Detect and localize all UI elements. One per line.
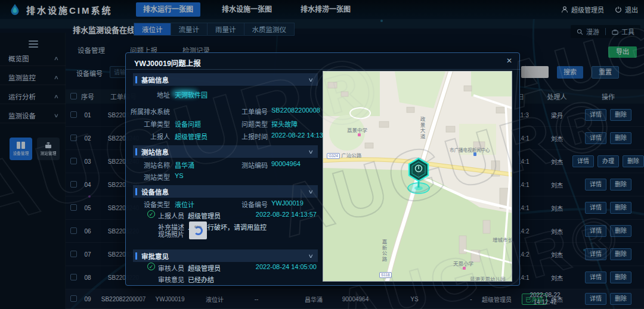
- chevron-down-icon: ∨: [308, 189, 314, 195]
- address-highlight-blob: [171, 89, 199, 98]
- device-type-value[interactable]: 液位计: [175, 199, 194, 209]
- chevron-down-icon: ∨: [308, 77, 314, 83]
- map-label-road-vertical: 政景大道: [419, 117, 426, 139]
- audit-time: 2022-08-24 14:05:00: [256, 263, 317, 270]
- photo-loading-percent: 60%: [194, 225, 202, 229]
- report-time-label: 上报时间: [228, 132, 268, 141]
- device-type-label: 设备类型: [133, 199, 170, 209]
- station-code-label: 测站编码: [228, 160, 268, 170]
- reporter-value[interactable]: 超级管理员: [175, 132, 208, 141]
- site-photo-thumbnail[interactable]: 60%: [189, 221, 207, 239]
- photo-label: 现场照片: [158, 229, 185, 239]
- map-label-city: 增城市长: [493, 236, 512, 243]
- section-title: 设备信息: [141, 187, 309, 196]
- road-badge-g324: G324: [327, 153, 340, 159]
- opinion-label: 审核意见: [158, 274, 185, 284]
- auditor-value: 超级管理员: [188, 263, 221, 273]
- section-accent-bar: [135, 252, 137, 260]
- school-icon: [463, 267, 466, 270]
- section-station-info[interactable]: 测站信息 ∨: [133, 145, 318, 158]
- device-no-value: YWJ00019: [271, 199, 304, 207]
- map-label-school: 荔景中学: [347, 126, 367, 133]
- section-title: 基础信息: [141, 75, 309, 85]
- section-approval[interactable]: 审批意见 ∨: [133, 249, 318, 262]
- station-code-value: 90004964: [271, 160, 301, 167]
- modal-divider: [126, 69, 521, 70]
- report-person-time: 2022-08-22 14:13:57: [256, 211, 317, 218]
- station-name-label: 测站名称: [133, 160, 170, 170]
- chevron-down-icon: ∨: [308, 149, 314, 155]
- station-name-value[interactable]: 昌华涌: [175, 160, 194, 170]
- location-map[interactable]: 荔景中学 G324 广汕公路 政景大道 市广播电视新闻中心 嘉新公路 S118 …: [323, 71, 512, 282]
- modal-title: YWJ00019问题上报: [134, 57, 201, 68]
- system-label: 所属排水系统: [128, 107, 170, 116]
- device-no-label: 设备编号: [228, 199, 268, 209]
- map-canvas: [323, 71, 512, 282]
- opinion-value: 已经办结: [188, 274, 214, 284]
- road-badge-s118: S118: [379, 272, 392, 278]
- chevron-down-icon: ∨: [308, 253, 314, 259]
- app-window: 排水设施CIM系统 排水运行一张图 排水设施一张图 排水排涝一张图 超级管理员 …: [0, 0, 644, 309]
- station-type-label: 测站类型: [133, 172, 170, 182]
- section-accent-bar: [135, 148, 137, 155]
- station-type-value: YS: [175, 172, 184, 179]
- reporter-label: 上报人: [133, 132, 170, 141]
- section-title: 测站信息: [141, 147, 309, 157]
- section-title: 审批意见: [141, 251, 309, 261]
- poi-marker-icon: [473, 152, 476, 156]
- check-icon: ✓: [147, 263, 155, 270]
- problem-type-value: 探头故障: [271, 119, 298, 129]
- order-type-label: 工单类型: [133, 119, 170, 129]
- report-person-value: 超级管理员: [188, 211, 221, 220]
- problem-report-modal: YWJ00019问题上报 ✕ 基础信息 ∨ 地址 天河软件园 所属排水系统 工单…: [125, 52, 520, 286]
- map-label-road: 广汕公路: [341, 152, 361, 158]
- address-label: 地址: [133, 90, 170, 99]
- order-type-value[interactable]: 设备问题: [175, 119, 201, 129]
- map-label-school: 天恩小学: [453, 260, 473, 267]
- school-icon: [358, 133, 361, 136]
- section-accent-bar: [135, 188, 137, 195]
- section-device-info[interactable]: 设备信息 ∨: [133, 185, 318, 198]
- map-label-tv-center: 市广播电视新闻中心: [450, 146, 490, 153]
- order-no-value: SB22082200008: [271, 107, 320, 114]
- report-person-label: 上报人员: [158, 211, 185, 220]
- map-label-kindergarten: 蓝港天恩幼儿园: [470, 275, 506, 282]
- order-no-label: 工单编号: [228, 107, 268, 116]
- section-basic-info[interactable]: 基础信息 ∨: [133, 73, 318, 86]
- auditor-label: 审核人员: [158, 263, 185, 273]
- section-accent-bar: [135, 76, 137, 83]
- map-label-road-vertical: 嘉新公路: [380, 239, 388, 262]
- problem-type-label: 问题类型: [228, 119, 268, 129]
- close-icon[interactable]: ✕: [506, 57, 512, 65]
- check-icon: ✓: [147, 210, 155, 218]
